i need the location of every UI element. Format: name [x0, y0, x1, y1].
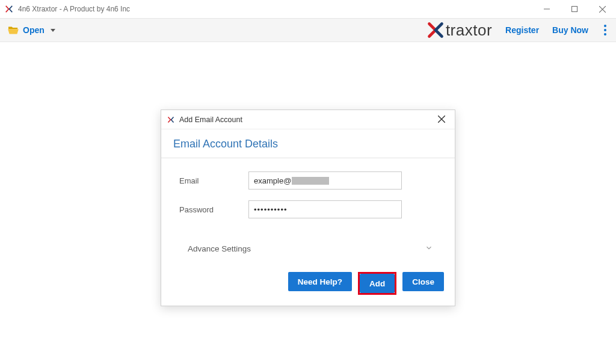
maximize-button[interactable]: [561, 0, 588, 18]
dialog-title: Email Account Details: [173, 138, 443, 158]
svg-rect-1: [572, 7, 578, 12]
open-button[interactable]: Open: [7, 25, 55, 35]
password-field[interactable]: ••••••••••: [248, 200, 402, 218]
buy-now-link[interactable]: Buy Now: [552, 25, 588, 35]
window-controls: [533, 0, 616, 18]
window-title: 4n6 Xtraxtor - A Product by 4n6 Inc: [18, 5, 130, 13]
add-button-highlight: Add: [358, 272, 396, 295]
chevron-down-icon: [51, 29, 55, 32]
add-email-account-dialog: Add Email Account Email Account Details …: [161, 110, 455, 306]
open-button-label: Open: [23, 25, 45, 35]
password-label: Password: [179, 205, 248, 214]
close-button[interactable]: Close: [402, 272, 444, 291]
app-icon: [167, 116, 176, 123]
minimize-button[interactable]: [533, 0, 561, 18]
main-toolbar: Open traxtor Register Buy Now: [0, 18, 616, 42]
dialog-close-button[interactable]: [434, 114, 449, 125]
advance-settings-toggle[interactable]: Advance Settings: [173, 236, 443, 261]
redacted-text: [292, 177, 329, 185]
dialog-footer: Need Help? Add Close: [161, 264, 455, 306]
window-close-button[interactable]: [588, 0, 616, 18]
dialog-header-title: Add Email Account: [179, 116, 242, 124]
email-field[interactable]: example@: [248, 171, 402, 190]
more-options-button[interactable]: [602, 22, 609, 38]
add-button[interactable]: Add: [360, 274, 395, 293]
brand-text: traxtor: [446, 21, 492, 40]
chevron-down-icon: [425, 244, 433, 254]
folder-open-icon: [7, 25, 19, 35]
email-label: Email: [179, 176, 248, 185]
password-value: ••••••••••: [254, 205, 288, 214]
app-icon: [5, 4, 14, 14]
window-titlebar: 4n6 Xtraxtor - A Product by 4n6 Inc: [0, 0, 616, 18]
advance-settings-label: Advance Settings: [188, 244, 251, 253]
brand-logo: traxtor: [427, 21, 492, 40]
email-value: example@: [254, 176, 291, 185]
dialog-header: Add Email Account: [161, 110, 455, 129]
register-link[interactable]: Register: [505, 25, 539, 35]
need-help-button[interactable]: Need Help?: [288, 272, 352, 291]
